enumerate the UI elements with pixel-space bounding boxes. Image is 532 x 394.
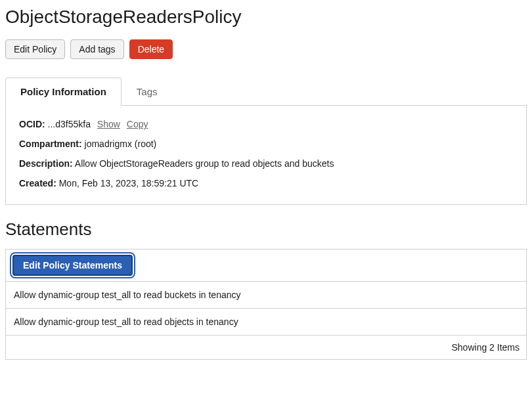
table-row: Allow dynamic-group test_all to read buc…: [6, 282, 527, 309]
statement-cell: Allow dynamic-group test_all to read obj…: [6, 309, 527, 336]
action-row: Edit Policy Add tags Delete: [5, 39, 527, 59]
page-title: ObjectStorageReadersPolicy: [5, 7, 527, 28]
created-label: Created:: [19, 178, 56, 188]
table-row: Allow dynamic-group test_all to read obj…: [6, 309, 527, 336]
created-value: Mon, Feb 13, 2023, 18:59:21 UTC: [59, 178, 198, 188]
policy-info-card: OCID: ...d3f55kfa Show Copy Compartment:…: [5, 106, 527, 205]
description-label: Description:: [19, 158, 73, 169]
tab-policy-information[interactable]: Policy Information: [5, 77, 122, 106]
compartment-label: Compartment:: [19, 139, 82, 149]
delete-button[interactable]: Delete: [129, 39, 173, 59]
ocid-show-link[interactable]: Show: [97, 119, 120, 129]
edit-policy-statements-button[interactable]: Edit Policy Statements: [12, 255, 133, 276]
compartment-row: Compartment: jomadrigmx (root): [19, 139, 513, 149]
statements-count: Showing 2 Items: [6, 336, 527, 360]
description-row: Description: Allow ObjectStorageReaders …: [19, 158, 513, 169]
statements-footer-row: Showing 2 Items: [6, 336, 527, 360]
edit-policy-button[interactable]: Edit Policy: [5, 39, 65, 59]
created-row: Created: Mon, Feb 13, 2023, 18:59:21 UTC: [19, 178, 513, 188]
compartment-value: jomadrigmx (root): [85, 139, 157, 149]
ocid-value: ...d3f55kfa: [48, 119, 91, 129]
statements-table: Edit Policy Statements Allow dynamic-gro…: [5, 249, 527, 360]
statement-cell: Allow dynamic-group test_all to read buc…: [6, 282, 527, 309]
ocid-row: OCID: ...d3f55kfa Show Copy: [19, 119, 513, 129]
tab-tags[interactable]: Tags: [122, 77, 173, 106]
ocid-copy-link[interactable]: Copy: [127, 119, 148, 129]
description-value: Allow ObjectStorageReaders group to read…: [75, 158, 334, 169]
tab-bar: Policy Information Tags: [5, 77, 527, 106]
add-tags-button[interactable]: Add tags: [70, 39, 123, 59]
statements-header: Statements: [5, 219, 527, 240]
ocid-label: OCID:: [19, 119, 45, 129]
statements-toolbar-row: Edit Policy Statements: [6, 250, 527, 282]
